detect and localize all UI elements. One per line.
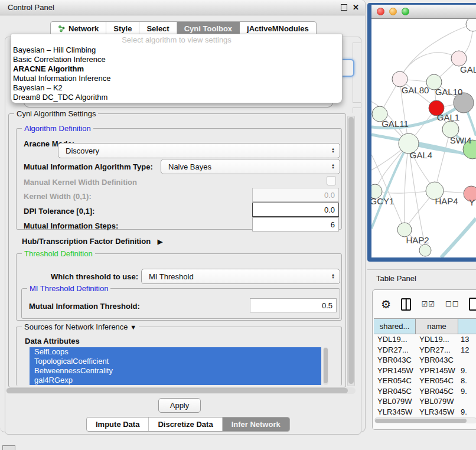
combo-stepper-icon: ▲▼ bbox=[331, 273, 335, 279]
table-row[interactable]: YLR345WYLR345W9. bbox=[374, 407, 476, 418]
settings-gear-icon[interactable]: ⚙ bbox=[381, 299, 391, 310]
node-label: GAL1 bbox=[437, 112, 459, 122]
node-label: GAL4 bbox=[410, 150, 432, 160]
settings-vertical-scrollbar[interactable] bbox=[347, 116, 355, 386]
settings-group-title: Cyni Algorithm Settings bbox=[14, 109, 98, 118]
table-panel: ⚙ ☑☑ ☐☐ shared...name YDL19...YDL19...13… bbox=[372, 289, 476, 430]
split-columns-icon[interactable] bbox=[401, 298, 411, 311]
attribute-item[interactable]: SelfLoops bbox=[30, 347, 321, 357]
network-window-titlebar bbox=[371, 5, 476, 19]
kernel-width-label: Kernel Width (0,1): bbox=[24, 192, 92, 201]
node-label: HAP2 bbox=[406, 235, 429, 245]
node[interactable] bbox=[466, 19, 476, 31]
mi-threshold-field[interactable]: 0.5 bbox=[250, 298, 337, 312]
aracne-mode-select[interactable]: Discovery ▲▼ bbox=[58, 143, 340, 158]
algorithm-dropdown-list: Bayesian – Hill ClimbingBasic Correlatio… bbox=[11, 45, 342, 102]
network-view-window: GALGAL80GAL10GAL1GAL11SWI4GAL4GCY1HAP4YH… bbox=[367, 3, 476, 262]
combo-stepper-icon: ▲▼ bbox=[331, 164, 335, 169]
algorithm-option[interactable]: Mutual Information Inference bbox=[11, 74, 342, 83]
sources-group-toggle[interactable]: Sources for Network Inference ▼ bbox=[22, 322, 139, 331]
node-label: SWI4 bbox=[450, 135, 472, 145]
node-label: GAL80 bbox=[402, 85, 429, 95]
table-row[interactable]: YBR043CYBR043C bbox=[374, 355, 476, 366]
float-window-icon[interactable] bbox=[341, 4, 347, 11]
which-threshold-label: Which threshold to use: bbox=[51, 272, 138, 281]
select-all-checkboxes-icon[interactable]: ☑☑ bbox=[421, 300, 435, 308]
table-row[interactable]: YBL079WYBL079W bbox=[374, 396, 476, 407]
mi-threshold-label: Mutual Information Threshold: bbox=[29, 302, 140, 311]
which-threshold-select[interactable]: MI Threshold ▲▼ bbox=[141, 269, 340, 284]
control-panel-titlebar: Control Panel ✕ bbox=[0, 0, 365, 15]
control-panel-title: Control Panel bbox=[8, 0, 54, 15]
node-label: GAL11 bbox=[382, 119, 409, 129]
node-label: GCY1 bbox=[371, 196, 394, 206]
manual-kernel-width-label: Manual Kernel Width Definition bbox=[24, 178, 137, 187]
table-panel-divider bbox=[367, 269, 476, 270]
network-canvas[interactable]: GALGAL80GAL10GAL1GAL11SWI4GAL4GCY1HAP4YH… bbox=[371, 19, 476, 257]
table-row[interactable]: YDL19...YDL19...13 bbox=[374, 334, 476, 345]
network-graph: GALGAL80GAL10GAL1GAL11SWI4GAL4GCY1HAP4YH… bbox=[371, 19, 476, 257]
node-label: Y bbox=[469, 197, 475, 207]
node-label: GAL bbox=[460, 64, 476, 74]
node-label: GAL10 bbox=[435, 87, 463, 97]
algorithm-option[interactable]: Basic Correlation Inference bbox=[11, 55, 342, 64]
network-icon bbox=[58, 25, 66, 32]
table-rows: YDL19...YDL19...13YDR27...YDR27...12YBR0… bbox=[374, 334, 476, 418]
table-horizontal-scrollbar[interactable] bbox=[374, 418, 476, 423]
threshold-definition-group: Threshold Definition Which threshold to … bbox=[16, 253, 342, 321]
network-node-labels: GALGAL80GAL10GAL1GAL11SWI4GAL4GCY1HAP4YH… bbox=[371, 64, 476, 245]
cyni-algorithm-settings-group: Cyni Algorithm Settings Algorithm Defini… bbox=[8, 113, 346, 387]
table-panel-toolbar: ⚙ ☑☑ ☐☐ bbox=[373, 290, 476, 318]
algorithm-option[interactable]: Bayesian – K2 bbox=[11, 83, 342, 93]
tab-impute-data[interactable]: Impute Data bbox=[87, 418, 149, 431]
column-header[interactable]: shared... bbox=[374, 319, 416, 334]
algorithm-option[interactable]: Dream8 DC_TDC Algorithm bbox=[11, 93, 342, 102]
attribute-item[interactable]: TopologicalCoefficient bbox=[30, 357, 321, 366]
kernel-width-field[interactable]: 0.0 bbox=[252, 188, 339, 202]
zoom-window-icon[interactable] bbox=[402, 8, 409, 15]
sources-group: Sources for Network Inference ▼ Data Att… bbox=[16, 327, 342, 386]
collapsed-panel-button[interactable] bbox=[2, 445, 15, 450]
node-label: HAP4 bbox=[435, 196, 458, 206]
chevron-down-icon: ▼ bbox=[130, 324, 136, 331]
algorithm-dropdown: Select algorithm to view settings Bayesi… bbox=[11, 34, 343, 103]
cyni-bottom-tabs: Impute DataDiscretize DataInfer Network bbox=[86, 417, 290, 432]
algorithm-option[interactable]: Bayesian – Hill Climbing bbox=[11, 45, 342, 55]
algorithm-option[interactable]: ARACNE Algorithm bbox=[11, 64, 342, 74]
mi-steps-field[interactable]: 6 bbox=[252, 217, 339, 231]
node-table: shared...name YDL19...YDL19...13YDR27...… bbox=[374, 318, 476, 418]
close-window-icon[interactable]: ✕ bbox=[353, 0, 359, 15]
table-row[interactable]: YPR145WYPR145W9. bbox=[374, 366, 476, 376]
attribute-item[interactable]: BetweennessCentrality bbox=[30, 366, 321, 376]
dropdown-placeholder: Select algorithm to view settings bbox=[11, 34, 342, 45]
dpi-tolerance-field[interactable]: 0.0 bbox=[252, 203, 339, 217]
settings-horizontal-scrollbar[interactable] bbox=[6, 387, 356, 394]
node[interactable] bbox=[419, 244, 431, 256]
mi-threshold-group: MI Threshold Definition Mutual Informati… bbox=[21, 288, 340, 319]
table-row[interactable]: YBR045CYBR045C9. bbox=[374, 386, 476, 397]
hidden-groupbox-edge bbox=[353, 107, 361, 113]
tab-discretize-data[interactable]: Discretize Data bbox=[149, 418, 222, 431]
algorithm-definition-title: Algorithm Definition bbox=[22, 124, 93, 133]
column-header[interactable] bbox=[458, 319, 476, 334]
table-panel-title: Table Panel bbox=[376, 274, 416, 283]
dpi-tolerance-label: DPI Tolerance [0,1]: bbox=[24, 207, 94, 216]
column-header[interactable]: name bbox=[416, 319, 458, 334]
manual-kernel-width-checkbox[interactable] bbox=[327, 176, 336, 185]
tab-infer-network[interactable]: Infer Network bbox=[223, 418, 289, 431]
minimize-window-icon[interactable] bbox=[389, 8, 397, 15]
apply-button[interactable]: Apply bbox=[158, 398, 201, 413]
table-row[interactable]: YER054CYER054C8. bbox=[374, 376, 476, 386]
combo-stepper-icon: ▲▼ bbox=[331, 148, 335, 154]
new-table-icon[interactable] bbox=[469, 298, 476, 311]
screen: Control Panel ✕ NetworkStyleSelectCyni T… bbox=[0, 0, 476, 450]
hub-definition-toggle[interactable]: Hub/Transcription Factor Definition ▶ bbox=[22, 237, 162, 246]
mi-algorithm-type-select[interactable]: Naive Bayes ▲▼ bbox=[161, 159, 340, 174]
table-row[interactable]: YDR27...YDR27...12 bbox=[374, 345, 476, 356]
data-attributes-label: Data Attributes bbox=[25, 337, 80, 345]
attributes-scrollbar[interactable] bbox=[323, 347, 328, 385]
close-window-icon[interactable] bbox=[377, 8, 384, 15]
attribute-item[interactable]: gal4RGexp bbox=[30, 376, 321, 385]
deselect-all-checkboxes-icon[interactable]: ☐☐ bbox=[445, 300, 459, 308]
algorithm-definition-group: Algorithm Definition Aracne Mode: Discov… bbox=[16, 128, 342, 230]
